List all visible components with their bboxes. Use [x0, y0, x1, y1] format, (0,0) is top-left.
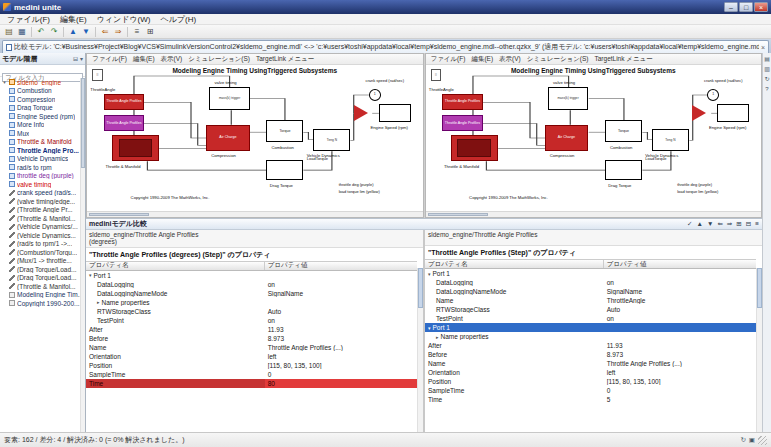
engine-speed-display-block[interactable]: [717, 104, 749, 122]
throttle-manifold-image[interactable]: [457, 139, 491, 157]
tree-item[interactable]: throttle deg (purple): [0, 172, 85, 181]
combustion-block[interactable]: Torque: [605, 120, 642, 142]
scrollbar-thumb[interactable]: [418, 268, 423, 308]
combustion-block[interactable]: Torque: [266, 120, 303, 142]
compression-block[interactable]: Air Charge: [545, 125, 589, 151]
tree-item[interactable]: Throttle & Manifold: [0, 138, 85, 147]
rad-s-to-rpm-gain[interactable]: [354, 105, 368, 121]
property-row[interactable]: NameThrottle Angle Profiles (...): [86, 343, 417, 352]
property-row[interactable]: Before8.973: [425, 350, 756, 359]
property-row[interactable]: Time80: [86, 379, 417, 388]
merge-left-icon[interactable]: ⇐: [99, 26, 111, 38]
scrollbar-thumb[interactable]: [757, 268, 762, 308]
scrollbar-thumb[interactable]: [89, 213, 149, 216]
throttle-angle-profiles-purple-block[interactable]: Throttle Angle Profiles: [442, 115, 482, 131]
scrollbar-thumb[interactable]: [81, 78, 85, 168]
property-row[interactable]: Position[115, 80, 135, 100]: [425, 377, 756, 386]
property-row[interactable]: RTWStorageClassAuto: [86, 307, 417, 316]
property-row[interactable]: ▾Port 1: [86, 271, 417, 280]
property-row[interactable]: RTWStorageClassAuto: [425, 305, 756, 314]
next-difference-icon[interactable]: ▼: [80, 26, 92, 38]
property-row[interactable]: NameThrottleAngle: [425, 296, 756, 305]
sidebar-scrollbar[interactable]: [80, 78, 85, 432]
parameters-icon[interactable]: ▥: [764, 66, 770, 72]
report-icon[interactable]: ≡: [131, 26, 143, 38]
throttle-angle-profiles-purple-block[interactable]: Throttle Angle Profiles: [104, 115, 144, 131]
tree-item[interactable]: (Throttle & Manifol...: [0, 282, 85, 291]
property-row[interactable]: Before8.973: [86, 334, 417, 343]
maximize-button[interactable]: □: [739, 2, 753, 12]
column-header[interactable]: プロパティ値: [604, 260, 650, 268]
column-header[interactable]: プロパティ値: [265, 262, 311, 270]
property-row[interactable]: DataLoggingon: [86, 280, 417, 289]
property-row[interactable]: Position[115, 80, 135, 100]: [86, 361, 417, 370]
tree-item[interactable]: Copyright 1990-200...: [0, 299, 85, 308]
engine-speed-display-block[interactable]: [379, 104, 411, 122]
menu-item[interactable]: ファイル(F): [2, 14, 55, 25]
throttle-angle-profiles-step-block[interactable]: Throttle Angle Profiles: [104, 94, 144, 110]
horizontal-scrollbar[interactable]: [426, 211, 762, 217]
throttle-manifold-image[interactable]: [119, 139, 153, 157]
panel-menu-item[interactable]: ファイル(F): [89, 55, 130, 64]
minimize-button[interactable]: –: [724, 2, 738, 12]
tree-item[interactable]: crank speed (rad/s...: [0, 189, 85, 198]
panel-menu-item[interactable]: TargetLink メニュー: [253, 55, 317, 64]
property-row[interactable]: ▾Port 1: [425, 269, 756, 278]
merge-right-icon[interactable]: ⇒: [112, 26, 124, 38]
tab-close-icon[interactable]: ×: [761, 44, 765, 51]
previous-difference-icon[interactable]: ▲: [697, 220, 703, 228]
panel-menu-item[interactable]: TargetLink メニュー: [592, 55, 656, 64]
model-hierarchy-icon[interactable]: ▤: [764, 56, 770, 62]
sync-status-icon[interactable]: ↻: [740, 436, 745, 444]
panel-menu-item[interactable]: 表示(V): [158, 55, 186, 64]
column-header[interactable]: プロパティ名: [425, 260, 604, 268]
vehicle-dynamics-block[interactable]: Teng N: [313, 129, 350, 151]
settings-icon[interactable]: ⊞: [144, 26, 156, 38]
table-scrollbar[interactable]: [417, 268, 423, 432]
property-row[interactable]: Time5: [425, 395, 756, 404]
panel-menu-item[interactable]: 編集(E): [468, 55, 496, 64]
tree-item[interactable]: valve timing: [0, 180, 85, 189]
property-row[interactable]: ▸Name properties: [86, 298, 417, 307]
compare-model-tab[interactable]: 比較モデル: 'C:¥Business¥Project¥Blog¥VCS¥Sim…: [2, 40, 769, 53]
property-row[interactable]: TestPointon: [425, 314, 756, 323]
tree-item[interactable]: Throttle Angle Pro...: [0, 146, 85, 155]
crank-speed-outport[interactable]: 1: [369, 89, 381, 101]
drag-torque-block[interactable]: [605, 160, 642, 180]
tree-item[interactable]: Compression: [0, 95, 85, 104]
close-button[interactable]: ×: [754, 2, 768, 12]
property-row[interactable]: SampleTime0: [86, 370, 417, 379]
tree-item[interactable]: (valve timing/edge...: [0, 197, 85, 206]
property-row[interactable]: NameThrottle Angle Profiles (...): [425, 359, 756, 368]
drag-torque-block[interactable]: [266, 160, 303, 180]
tree-item[interactable]: (Vehicle Dynamics...: [0, 231, 85, 240]
model-info-block[interactable]: ≡: [431, 69, 442, 81]
open-icon[interactable]: ▤: [3, 26, 15, 38]
model-info-block[interactable]: ≡: [92, 69, 103, 81]
expander-icon[interactable]: ▾: [428, 271, 431, 277]
expander-icon[interactable]: ▾: [428, 325, 431, 331]
expander-icon[interactable]: ▸: [97, 299, 100, 305]
copy-to-right-icon[interactable]: ⇒: [727, 220, 732, 228]
tree-item[interactable]: rad/s to rpm: [0, 163, 85, 172]
property-row[interactable]: Orientationleft: [86, 352, 417, 361]
tree-item[interactable]: (Drag Torque/Load...: [0, 265, 85, 274]
view-menu-icon[interactable]: ▾: [80, 55, 83, 62]
valve-timing-block[interactable]: mass(k) trigger: [548, 87, 588, 110]
panel-toggle-icon[interactable]: ▣: [749, 436, 755, 444]
tree-item[interactable]: Engine Speed (rpm): [0, 112, 85, 121]
tree-item[interactable]: (Throttle & Manifol...: [0, 214, 85, 223]
property-row[interactable]: DataLoggingon: [425, 278, 756, 287]
refresh-icon[interactable]: ↻: [764, 76, 769, 82]
undo-icon[interactable]: ↶: [35, 26, 47, 38]
expander-icon[interactable]: ▾: [2, 79, 7, 85]
collapse-all-icon[interactable]: ⊟: [746, 220, 751, 228]
property-row[interactable]: TestPointon: [86, 316, 417, 325]
compression-block[interactable]: Air Charge: [206, 125, 250, 151]
property-row[interactable]: DataLoggingNameModeSignalName: [86, 289, 417, 298]
throttle-angle-profiles-step-block[interactable]: Throttle Angle Profiles: [442, 94, 482, 110]
next-difference-icon[interactable]: ▼: [707, 220, 713, 228]
accept-difference-icon[interactable]: ✓: [687, 220, 692, 228]
property-row[interactable]: SampleTime0: [425, 386, 756, 395]
property-row[interactable]: DataLoggingNameModeSignalName: [425, 287, 756, 296]
